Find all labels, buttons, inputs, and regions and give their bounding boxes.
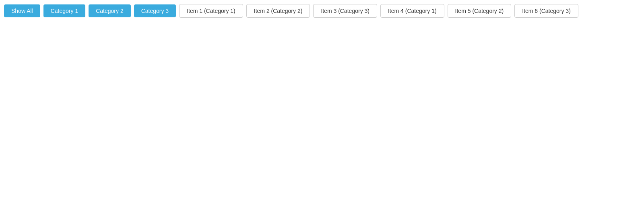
item-2-button[interactable]: Item 2 (Category 2) xyxy=(246,4,310,18)
item-5-button[interactable]: Item 5 (Category 2) xyxy=(448,4,512,18)
category-2-button[interactable]: Category 2 xyxy=(89,4,130,17)
category-1-button[interactable]: Category 1 xyxy=(43,4,85,17)
item-6-button[interactable]: Item 6 (Category 3) xyxy=(514,4,578,18)
category-3-button[interactable]: Category 3 xyxy=(134,4,176,17)
toolbar: Show All Category 1 Category 2 Category … xyxy=(0,0,644,22)
item-1-button[interactable]: Item 1 (Category 1) xyxy=(179,4,243,18)
item-4-button[interactable]: Item 4 (Category 1) xyxy=(380,4,444,18)
show-all-button[interactable]: Show All xyxy=(4,4,40,17)
item-3-button[interactable]: Item 3 (Category 3) xyxy=(313,4,377,18)
